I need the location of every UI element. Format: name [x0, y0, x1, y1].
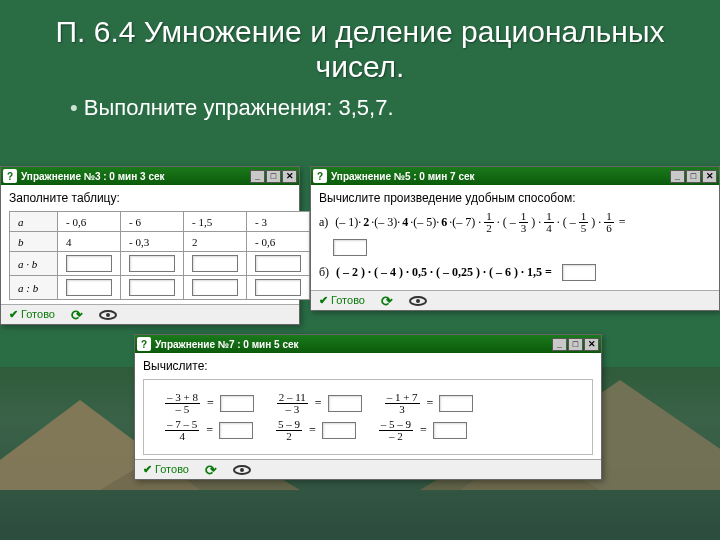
expression-b: б) ( – 2 ) · ( – 4 ) · 0,5 · ( – 0,25 ) …	[319, 264, 711, 281]
instruction: Вычислите произведение удобным способом:	[319, 191, 711, 205]
help-icon[interactable]: ?	[3, 169, 17, 183]
cell: - 1,5	[184, 212, 247, 232]
row-header: a : b	[10, 276, 58, 300]
answer-input[interactable]	[333, 239, 367, 256]
reload-icon[interactable]: ⟳	[381, 293, 393, 309]
ready-button[interactable]: ✔Готово	[319, 294, 365, 307]
titlebar: ? Упражнение №5 : 0 мин 7 сек _ □ ✕	[311, 167, 719, 185]
cell: 2	[184, 232, 247, 252]
exercise-3-window: ? Упражнение №3 : 0 мин 3 сек _ □ ✕ Запо…	[0, 166, 300, 325]
minimize-button[interactable]: _	[670, 170, 685, 183]
reload-icon[interactable]: ⟳	[71, 307, 83, 323]
close-button[interactable]: ✕	[702, 170, 717, 183]
ready-button[interactable]: ✔Готово	[143, 463, 189, 476]
cell	[247, 276, 310, 300]
answer-input[interactable]	[66, 279, 112, 296]
window-title: Упражнение №5 : 0 мин 7 сек	[331, 171, 475, 182]
close-button[interactable]: ✕	[584, 338, 599, 351]
answer-input[interactable]	[66, 255, 112, 272]
cell: - 0,6	[247, 232, 310, 252]
answer-input[interactable]	[129, 255, 175, 272]
table-row: a · b	[10, 252, 310, 276]
cell	[58, 252, 121, 276]
answer-input[interactable]	[439, 395, 473, 412]
answer-input[interactable]	[255, 279, 301, 296]
ready-button[interactable]: ✔Готово	[9, 308, 55, 321]
exercise-7-window: ? Упражнение №7 : 0 мин 5 сек _ □ ✕ Вычи…	[134, 334, 602, 480]
reload-icon[interactable]: ⟳	[205, 462, 217, 478]
close-button[interactable]: ✕	[282, 170, 297, 183]
maximize-button[interactable]: □	[568, 338, 583, 351]
answer-input[interactable]	[328, 395, 362, 412]
cell: - 0,3	[121, 232, 184, 252]
table-row: a - 0,6 - 6 - 1,5 - 3	[10, 212, 310, 232]
answer-input[interactable]	[220, 395, 254, 412]
cell: - 6	[121, 212, 184, 232]
row: – 7 – 54= 5 – 92= – 5 – 9– 2=	[164, 419, 572, 442]
row-header: b	[10, 232, 58, 252]
instruction: Заполните таблицу:	[9, 191, 291, 205]
table-row: a : b	[10, 276, 310, 300]
maximize-button[interactable]: □	[266, 170, 281, 183]
cell	[184, 252, 247, 276]
cell	[58, 276, 121, 300]
titlebar: ? Упражнение №7 : 0 мин 5 сек _ □ ✕	[135, 335, 601, 353]
row-header: a	[10, 212, 58, 232]
window-title: Упражнение №3 : 0 мин 3 сек	[21, 171, 165, 182]
cell	[247, 252, 310, 276]
expression-a: а) (– 1)·2 ·(– 3)·4 ·(– 5)·6 ·(– 7) · 12…	[319, 211, 711, 234]
minimize-button[interactable]: _	[552, 338, 567, 351]
cell	[184, 276, 247, 300]
cell: - 3	[247, 212, 310, 232]
cell: 4	[58, 232, 121, 252]
subtitle: • Выполните упражнения: 3,5,7.	[0, 91, 720, 131]
help-icon[interactable]: ?	[137, 337, 151, 351]
cell	[121, 252, 184, 276]
answer-input[interactable]	[255, 255, 301, 272]
exercise-5-window: ? Упражнение №5 : 0 мин 7 сек _ □ ✕ Вычи…	[310, 166, 720, 311]
instruction: Вычислите:	[143, 359, 593, 373]
answer-input[interactable]	[322, 422, 356, 439]
cell: - 0,6	[58, 212, 121, 232]
eye-icon[interactable]	[99, 310, 117, 320]
answer-input[interactable]	[219, 422, 253, 439]
eye-icon[interactable]	[233, 465, 251, 475]
answer-input[interactable]	[562, 264, 596, 281]
help-icon[interactable]: ?	[313, 169, 327, 183]
page-title: П. 6.4 Умножение и деление рациональных …	[0, 0, 720, 91]
window-title: Упражнение №7 : 0 мин 5 сек	[155, 339, 299, 350]
answer-input[interactable]	[129, 279, 175, 296]
maximize-button[interactable]: □	[686, 170, 701, 183]
data-table: a - 0,6 - 6 - 1,5 - 3 b 4 - 0,3 2 - 0,6 …	[9, 211, 310, 300]
table-row: b 4 - 0,3 2 - 0,6	[10, 232, 310, 252]
cell	[121, 276, 184, 300]
answer-input[interactable]	[192, 279, 238, 296]
eye-icon[interactable]	[409, 296, 427, 306]
answer-input[interactable]	[192, 255, 238, 272]
titlebar: ? Упражнение №3 : 0 мин 3 сек _ □ ✕	[1, 167, 299, 185]
answer-input[interactable]	[433, 422, 467, 439]
minimize-button[interactable]: _	[250, 170, 265, 183]
row-header: a · b	[10, 252, 58, 276]
row: – 3 + 8– 5= 2 – 11– 3= – 1 + 73=	[164, 392, 572, 415]
